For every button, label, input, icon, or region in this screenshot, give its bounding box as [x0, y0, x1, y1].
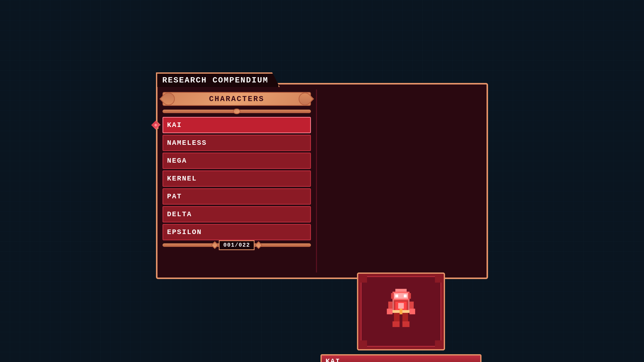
page-diamond-left	[211, 241, 219, 249]
svg-rect-18	[392, 300, 394, 311]
svg-rect-3	[408, 293, 411, 299]
svg-rect-12	[387, 309, 393, 314]
character-name: DELTA	[167, 210, 192, 218]
page-counter: 001/022	[219, 240, 255, 250]
corner-tl	[357, 273, 367, 283]
section-header: CHARACTERS	[163, 92, 311, 106]
svg-rect-17	[403, 321, 410, 327]
svg-rect-16	[392, 321, 399, 327]
selector-icon	[151, 121, 160, 130]
corner-br	[435, 340, 445, 350]
main-panel: RESEARCH COMPENDIUM CHARACTERS KAI	[156, 83, 488, 279]
list-item[interactable]: EPSILON	[163, 224, 311, 240]
svg-rect-21	[399, 309, 402, 314]
svg-rect-13	[410, 309, 415, 314]
scroll-bar	[163, 110, 311, 113]
character-name: KERNEL	[167, 175, 197, 183]
character-list-panel: CHARACTERS KAI NAMELESS	[163, 89, 311, 273]
page-counter-handle: 001/022	[212, 240, 261, 250]
character-sprite	[383, 289, 419, 334]
character-name: NEGA	[167, 157, 187, 165]
scroll-decoration: CHARACTERS	[163, 92, 311, 106]
panel-divider	[316, 89, 317, 273]
portrait-frame	[357, 273, 445, 350]
portrait-container	[357, 273, 445, 350]
svg-rect-5	[395, 295, 398, 297]
page-diamond-right	[255, 241, 263, 249]
character-list: KAI NAMELESS NEGA KERNEL PAT DELTA	[163, 117, 311, 240]
character-name: EPSILON	[167, 228, 202, 236]
description-box: KAI The Gravity Circuit. ...Wait a minut…	[320, 354, 481, 362]
svg-rect-15	[403, 311, 408, 323]
portrait-inner	[361, 276, 441, 347]
character-name: KAI	[167, 121, 182, 129]
section-title: CHARACTERS	[209, 95, 264, 103]
svg-rect-14	[394, 311, 400, 323]
svg-rect-6	[404, 295, 407, 297]
list-item[interactable]: NEGA	[163, 153, 311, 169]
description-character-name: KAI	[326, 357, 340, 362]
title-bar: RESEARCH COMPENDIUM	[156, 72, 280, 87]
svg-rect-2	[391, 293, 394, 299]
svg-rect-9	[398, 303, 404, 309]
corner-bl	[357, 340, 367, 350]
character-name: PAT	[167, 193, 182, 200]
list-item[interactable]: KERNEL	[163, 170, 311, 187]
character-detail-panel: KAI The Gravity Circuit. ...Wait a minut…	[320, 273, 481, 362]
list-item[interactable]: PAT	[163, 188, 311, 205]
list-item[interactable]: KAI	[163, 117, 311, 133]
corner-tr	[435, 273, 445, 283]
description-title-bar: KAI	[322, 355, 480, 362]
list-item[interactable]: DELTA	[163, 206, 311, 222]
svg-rect-19	[408, 300, 410, 311]
svg-rect-0	[395, 289, 407, 292]
scroll-bar-handle	[233, 109, 240, 114]
page-counter-container: 001/022	[163, 243, 311, 247]
character-name: NAMELESS	[167, 139, 207, 147]
list-item[interactable]: NAMELESS	[163, 135, 311, 151]
page-title: RESEARCH COMPENDIUM	[162, 76, 268, 85]
